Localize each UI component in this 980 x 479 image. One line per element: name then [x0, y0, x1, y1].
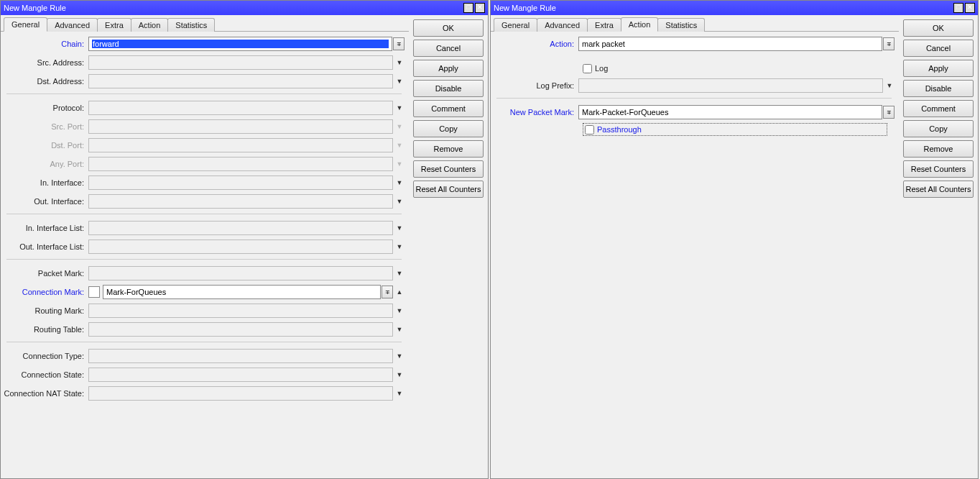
- in-interface-list-toggle-icon[interactable]: [394, 224, 405, 232]
- connection-mark-toggle-icon[interactable]: [394, 288, 405, 296]
- log-prefix-toggle-icon[interactable]: [884, 82, 895, 89]
- reset-counters-button[interactable]: Reset Counters: [413, 160, 484, 178]
- out-interface-list-toggle-icon[interactable]: [394, 243, 405, 250]
- passthrough-checkbox[interactable]: [585, 125, 594, 134]
- routing-table-label: Routing Table:: [4, 325, 88, 334]
- chain-label: Chain:: [4, 40, 88, 48]
- in-interface-toggle-icon[interactable]: [394, 179, 405, 186]
- routing-table-field[interactable]: [88, 322, 393, 337]
- tab-general[interactable]: General: [4, 17, 47, 32]
- src-address-label: Src. Address:: [4, 58, 88, 67]
- window-title: New Mangle Rule: [4, 4, 463, 12]
- remove-button[interactable]: Remove: [903, 140, 974, 158]
- comment-button[interactable]: Comment: [413, 100, 484, 117]
- button-column-right: OK Cancel Apply Disable Comment Copy Rem…: [899, 15, 978, 478]
- out-interface-list-label: Out. Interface List:: [4, 242, 88, 251]
- reset-all-counters-button[interactable]: Reset All Counters: [413, 181, 484, 198]
- in-interface-list-label: In. Interface List:: [4, 224, 88, 232]
- src-address-field[interactable]: [88, 55, 393, 70]
- cancel-button[interactable]: Cancel: [903, 40, 974, 57]
- protocol-field[interactable]: [88, 101, 393, 115]
- chain-field[interactable]: forward: [88, 37, 392, 51]
- log-checkbox-label: Log: [595, 64, 608, 73]
- comment-button[interactable]: Comment: [903, 100, 974, 117]
- dst-address-label: Dst. Address:: [4, 77, 88, 86]
- src-port-toggle-icon: [394, 123, 405, 130]
- any-port-field: [88, 157, 393, 171]
- src-port-label: Src. Port:: [4, 122, 88, 131]
- connection-state-field[interactable]: [88, 368, 393, 382]
- remove-button[interactable]: Remove: [413, 140, 484, 158]
- cancel-button[interactable]: Cancel: [413, 40, 484, 57]
- new-packet-mark-dropdown-icon[interactable]: ∓: [883, 106, 895, 119]
- ok-button[interactable]: OK: [413, 19, 484, 37]
- src-address-toggle-icon[interactable]: [394, 59, 405, 66]
- connection-mark-dropdown-icon[interactable]: ∓: [382, 286, 393, 298]
- dst-address-field[interactable]: [88, 74, 393, 88]
- minimize-button[interactable]: □: [953, 3, 963, 13]
- protocol-label: Protocol:: [4, 104, 88, 112]
- titlebar-right: New Mangle Rule □ ✕: [491, 1, 978, 15]
- button-column-left: OK Cancel Apply Disable Comment Copy Rem…: [409, 15, 488, 478]
- window-right: New Mangle Rule □ ✕ General Advanced Ext…: [490, 0, 979, 479]
- reset-counters-button[interactable]: Reset Counters: [903, 160, 974, 178]
- tab-advanced[interactable]: Advanced: [47, 18, 98, 32]
- routing-mark-field[interactable]: [88, 304, 393, 318]
- disable-button[interactable]: Disable: [903, 80, 974, 97]
- packet-mark-toggle-icon[interactable]: [394, 270, 405, 277]
- apply-button[interactable]: Apply: [413, 60, 484, 77]
- chain-dropdown-icon[interactable]: ∓: [393, 37, 405, 50]
- log-checkbox[interactable]: [583, 64, 592, 73]
- any-port-toggle-icon: [394, 160, 405, 168]
- dst-port-field: [88, 138, 393, 152]
- tab-extra[interactable]: Extra: [587, 18, 621, 32]
- reset-all-counters-button[interactable]: Reset All Counters: [903, 181, 974, 198]
- action-field[interactable]: mark packet: [578, 37, 882, 51]
- connection-state-label: Connection State:: [4, 370, 88, 379]
- tab-action[interactable]: Action: [621, 17, 659, 32]
- routing-mark-toggle-icon[interactable]: [394, 307, 405, 314]
- minimize-button[interactable]: □: [463, 3, 473, 13]
- new-packet-mark-field[interactable]: Mark-Packet-ForQueues: [578, 105, 882, 119]
- out-interface-field[interactable]: [88, 194, 393, 209]
- connection-type-field[interactable]: [88, 349, 393, 363]
- out-interface-toggle-icon[interactable]: [394, 198, 405, 205]
- connection-mark-negate[interactable]: [88, 286, 100, 298]
- in-interface-label: In. Interface:: [4, 178, 88, 187]
- connection-type-toggle-icon[interactable]: [394, 352, 405, 360]
- connection-nat-state-toggle-icon[interactable]: [394, 390, 405, 397]
- log-prefix-field[interactable]: [578, 78, 883, 93]
- apply-button[interactable]: Apply: [903, 60, 974, 77]
- connection-mark-field[interactable]: Mark-ForQueues: [103, 285, 381, 299]
- disable-button[interactable]: Disable: [413, 80, 484, 97]
- in-interface-field[interactable]: [88, 175, 393, 190]
- tab-statistics[interactable]: Statistics: [167, 18, 215, 32]
- ok-button[interactable]: OK: [903, 19, 974, 37]
- connection-state-toggle-icon[interactable]: [394, 371, 405, 378]
- close-button[interactable]: ✕: [475, 3, 485, 13]
- action-label: Action:: [494, 40, 578, 48]
- routing-table-toggle-icon[interactable]: [394, 326, 405, 333]
- dst-port-toggle-icon: [394, 142, 405, 149]
- log-prefix-label: Log Prefix:: [494, 81, 578, 90]
- titlebar-left: New Mangle Rule □ ✕: [1, 1, 488, 15]
- dst-address-toggle-icon[interactable]: [394, 78, 405, 85]
- new-packet-mark-label: New Packet Mark:: [494, 108, 578, 117]
- tab-advanced[interactable]: Advanced: [537, 18, 588, 32]
- tab-statistics[interactable]: Statistics: [657, 18, 705, 32]
- copy-button[interactable]: Copy: [903, 120, 974, 137]
- close-button[interactable]: ✕: [965, 3, 975, 13]
- protocol-toggle-icon[interactable]: [394, 104, 405, 111]
- in-interface-list-field[interactable]: [88, 221, 393, 235]
- out-interface-list-field[interactable]: [88, 240, 393, 254]
- passthrough-checkbox-label: Passthrough: [597, 125, 642, 134]
- window-title: New Mangle Rule: [494, 4, 953, 12]
- tab-general[interactable]: General: [494, 18, 537, 32]
- action-dropdown-icon[interactable]: ∓: [883, 37, 895, 50]
- copy-button[interactable]: Copy: [413, 120, 484, 137]
- tabbar-left: General Advanced Extra Action Statistics: [1, 15, 409, 32]
- connection-nat-state-field[interactable]: [88, 386, 393, 401]
- tab-extra[interactable]: Extra: [97, 18, 131, 32]
- tab-action[interactable]: Action: [131, 18, 169, 32]
- packet-mark-field[interactable]: [88, 266, 393, 280]
